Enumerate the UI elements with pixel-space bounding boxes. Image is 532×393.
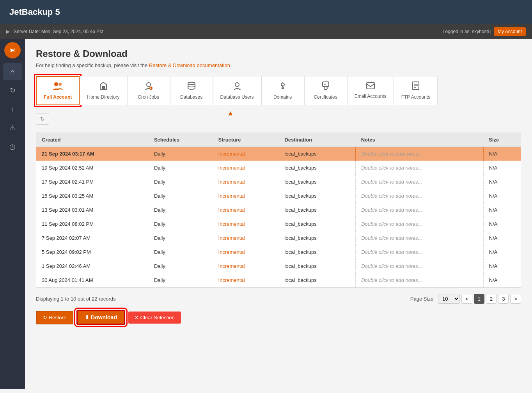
sidebar-item-clock[interactable]: ◷ — [3, 138, 22, 155]
clear-selection-button[interactable]: ✕ Clear Selection — [128, 312, 181, 324]
svg-point-2 — [59, 83, 62, 86]
table-row[interactable]: 17 Sep 2024 02:41 PMDailyIncrementalloca… — [36, 175, 521, 189]
tab-ftp-accounts-label: FTP Accounts — [401, 94, 430, 100]
cell-destination: local_backups — [279, 189, 355, 203]
page-size-select[interactable]: 10 25 50 100 — [438, 294, 460, 304]
table-row[interactable]: 21 Sep 2024 03:17 AMDailyIncrementalloca… — [36, 147, 521, 161]
tab-home-directory[interactable]: Home Directory — [80, 76, 127, 105]
tab-certificates[interactable]: Certificates — [304, 76, 347, 105]
cell-notes[interactable]: Double click to add notes... — [356, 273, 484, 287]
refresh-table-button[interactable]: ↻ — [36, 113, 49, 125]
cell-size: N/A — [483, 175, 521, 189]
cell-created: 7 Sep 2024 02:07 AM — [36, 231, 149, 245]
table-row[interactable]: 11 Sep 2024 08:02 PMDailyIncrementalloca… — [36, 217, 521, 231]
cell-schedules: Daily — [149, 189, 213, 203]
tab-databases[interactable]: Databases — [170, 76, 213, 105]
full-account-svg — [52, 81, 63, 90]
restore-button[interactable]: ↻ Restore — [36, 311, 73, 324]
table-header: Created Schedules Structure Destination … — [36, 133, 521, 147]
cell-schedules: Daily — [149, 161, 213, 175]
pagination-display-text: Displaying 1 to 10 out of 22 records — [36, 296, 116, 302]
pagination-controls: Page Size 10 25 50 100 < 1 2 3 > — [410, 294, 521, 304]
cell-notes[interactable]: Double click to add notes... — [356, 147, 484, 161]
table-row[interactable]: 1 Sep 2024 02:46 AMDailyIncrementallocal… — [36, 259, 521, 273]
clear-icon: ✕ — [135, 315, 139, 320]
cell-destination: local_backups — [279, 217, 355, 231]
full-account-icon — [52, 81, 63, 92]
home-directory-icon — [99, 81, 108, 92]
table-row[interactable]: 7 Sep 2024 02:07 AMDailyIncrementallocal… — [36, 231, 521, 245]
clock-icon: ◷ — [9, 142, 16, 151]
sidebar-item-refresh[interactable]: ↻ — [3, 82, 22, 99]
page-next-button[interactable]: > — [510, 294, 521, 304]
svg-point-11 — [324, 87, 327, 90]
domains-icon — [278, 81, 287, 92]
sidebar-item-upload[interactable]: ↑ — [3, 101, 22, 118]
cell-size: N/A — [483, 161, 521, 175]
cell-notes[interactable]: Double click to add notes... — [356, 161, 484, 175]
cell-destination: local_backups — [279, 259, 355, 273]
cell-schedules: Daily — [149, 203, 213, 217]
cron-jobs-icon: + — [144, 81, 153, 92]
certificates-icon — [322, 81, 330, 92]
cell-schedules: Daily — [149, 273, 213, 287]
cell-structure: Incremental — [213, 189, 279, 203]
table-row[interactable]: 19 Sep 2024 02:52 AMDailyIncrementalloca… — [36, 161, 521, 175]
download-label: Download — [91, 314, 117, 320]
svg-point-1 — [54, 82, 58, 86]
page-1-button[interactable]: 1 — [474, 294, 484, 304]
col-destination: Destination — [279, 133, 355, 147]
database-users-icon — [233, 81, 241, 92]
cell-destination: local_backups — [279, 161, 355, 175]
app-title-bar: JetBackup 5 — [0, 0, 532, 24]
tab-domains[interactable]: Domains — [261, 76, 304, 105]
tab-ftp-accounts[interactable]: FTP Accounts — [394, 76, 438, 105]
tabs-container: Full Account Home Directory — [36, 76, 521, 105]
cell-notes[interactable]: Double click to add notes... — [356, 203, 484, 217]
refresh-icon: ↻ — [10, 86, 16, 95]
header-bar: ▶ Server Date: Mon, Sep 23, 2024, 05:46 … — [0, 24, 532, 39]
main-content: Restore & Download For help finding a sp… — [25, 39, 532, 389]
table-row[interactable]: 13 Sep 2024 03:01 AMDailyIncrementalloca… — [36, 203, 521, 217]
cell-schedules: Daily — [149, 259, 213, 273]
page-3-button[interactable]: 3 — [498, 294, 509, 304]
cell-structure: Incremental — [213, 273, 279, 287]
tab-cron-jobs[interactable]: + Cron Jobs — [127, 76, 170, 105]
tab-database-users-label: Database Users — [220, 94, 254, 100]
subtitle-link[interactable]: Restore & Download documentation. — [149, 62, 232, 68]
logged-in-text: Logged in as: skyhosti | — [443, 29, 491, 34]
cell-notes[interactable]: Double click to add notes... — [356, 245, 484, 259]
sidebar-item-home[interactable]: ⌂ — [3, 63, 22, 80]
cell-size: N/A — [483, 203, 521, 217]
table-row[interactable]: 30 Aug 2024 01:41 AMDailyIncrementalloca… — [36, 273, 521, 287]
cell-structure: Incremental — [213, 259, 279, 273]
cell-schedules: Daily — [149, 245, 213, 259]
svg-point-4 — [147, 83, 151, 87]
cell-notes[interactable]: Double click to add notes... — [356, 217, 484, 231]
download-button[interactable]: ⬇ Download — [76, 310, 125, 325]
table-row[interactable]: 15 Sep 2024 03:25 AMDailyIncrementalloca… — [36, 189, 521, 203]
cell-created: 17 Sep 2024 02:41 PM — [36, 175, 149, 189]
my-account-button[interactable]: My Account — [494, 27, 526, 36]
backup-table: Created Schedules Structure Destination … — [36, 133, 521, 287]
cell-created: 30 Aug 2024 01:41 AM — [36, 273, 149, 287]
cell-notes[interactable]: Double click to add notes... — [356, 175, 484, 189]
ftp-accounts-icon — [412, 81, 419, 92]
sidebar-item-warning[interactable]: ⚠ — [3, 119, 22, 136]
cell-notes[interactable]: Double click to add notes... — [356, 231, 484, 245]
table-row[interactable]: 5 Sep 2024 09:02 PMDailyIncrementallocal… — [36, 245, 521, 259]
ftp-svg — [412, 81, 419, 90]
page-2-button[interactable]: 2 — [486, 294, 497, 304]
db-users-svg — [233, 81, 241, 90]
sidebar-logo — [4, 42, 21, 58]
tab-email-accounts[interactable]: Email Accounts — [347, 76, 394, 105]
action-buttons: ↻ Restore ⬇ Download ✕ Clear Selection — [36, 310, 521, 325]
cell-destination: local_backups — [279, 245, 355, 259]
cell-notes[interactable]: Double click to add notes... — [356, 259, 484, 273]
page-prev-button[interactable]: < — [461, 294, 472, 304]
tab-database-users[interactable]: Database Users — [213, 76, 261, 105]
restore-label: Restore — [49, 315, 67, 320]
tab-full-account[interactable]: Full Account — [36, 76, 80, 105]
jetbackup-logo-icon — [7, 45, 18, 55]
cell-notes[interactable]: Double click to add notes... — [356, 189, 484, 203]
